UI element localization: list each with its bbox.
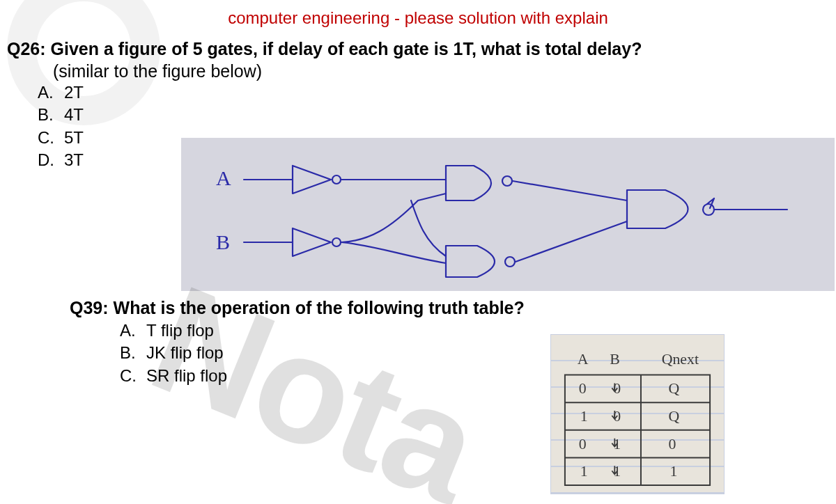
truth-table-svg: A B Qnext 0 0 Q 1 0 Q 0 1 0 1 1 1: [551, 335, 724, 494]
question-39: Q39: What is the operation of the follow…: [70, 298, 525, 318]
q39-choice-a: A. T flip flop: [120, 320, 525, 342]
tt-header-a: A: [578, 351, 589, 368]
svg-point-2: [332, 238, 341, 246]
tt-r2c2: 0: [669, 436, 676, 452]
q26-text: Given a figure of 5 gates, if delay of e…: [51, 39, 642, 58]
choice-text: 4T: [64, 104, 84, 126]
tt-header-b: B: [610, 351, 620, 368]
choice-letter: C.: [38, 127, 59, 149]
svg-point-1: [502, 176, 512, 186]
page-header: computer engineering - please solution w…: [0, 0, 836, 33]
choice-text: 3T: [64, 149, 84, 171]
q39-choices: A. T flip flop B. JK flip flop C. SR fli…: [70, 318, 525, 387]
choice-text: 5T: [64, 127, 84, 149]
svg-point-4: [703, 204, 714, 215]
q39-prefix: Q39:: [70, 298, 109, 317]
tt-r1c0: 1: [580, 408, 588, 425]
gates-circuit-svg: A B: [181, 138, 835, 291]
svg-point-0: [332, 175, 341, 184]
q26-choice-a: A. 2T: [38, 81, 836, 104]
choice-letter: A.: [38, 81, 59, 104]
tt-r2c0: 0: [579, 436, 587, 452]
tt-header-q: Qnext: [662, 351, 699, 368]
choice-letter: B.: [120, 342, 141, 364]
choice-letter: C.: [120, 365, 141, 387]
q39-choice-b: B. JK flip flop: [120, 342, 525, 364]
q26-prefix: Q26:: [7, 39, 46, 58]
tt-r0c0: 0: [579, 380, 587, 397]
input-b-label: B: [216, 230, 230, 253]
tt-r3c0: 1: [580, 463, 588, 480]
question-26: Q26: Given a figure of 5 gates, if delay…: [0, 33, 836, 61]
q39-truth-table: A B Qnext 0 0 Q 1 0 Q 0 1 0 1 1 1: [550, 334, 725, 494]
choice-text: T flip flop: [146, 320, 214, 342]
choice-text: JK flip flop: [146, 342, 224, 364]
tt-r0c2: Q: [669, 380, 680, 397]
choice-text: SR flip flop: [146, 365, 227, 387]
choice-letter: D.: [38, 149, 59, 171]
q39-choice-c: C. SR flip flop: [120, 365, 525, 387]
tt-r1c2: Q: [669, 408, 680, 425]
choice-letter: A.: [120, 320, 141, 342]
tt-r3c2: 1: [670, 463, 678, 480]
choice-letter: B.: [38, 104, 59, 126]
choice-text: 2T: [64, 81, 84, 104]
question-39-block: Q39: What is the operation of the follow…: [70, 298, 525, 387]
q26-choice-b: B. 4T: [38, 104, 836, 126]
svg-point-3: [505, 257, 515, 267]
q39-text: What is the operation of the following t…: [114, 298, 525, 317]
q26-subtext: (similar to the figure below): [0, 61, 836, 81]
q26-figure: A B: [181, 138, 835, 291]
input-a-label: A: [216, 166, 231, 189]
